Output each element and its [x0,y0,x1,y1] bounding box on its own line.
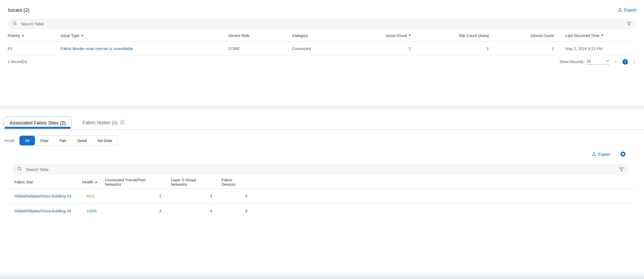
sort-desc-icon [601,35,603,36]
page-size-value: 10 [586,59,591,63]
health-option-good[interactable]: Good [72,136,92,145]
health-segmented-control: All Poor Fair Good No Data [19,135,118,146]
page-title: Issues (2) [8,7,29,13]
current-page-button[interactable]: 1 [622,59,628,65]
tab-fabric-nodes[interactable]: Fabric Nodes (4) [72,116,136,129]
issues-table-row: P1 Fabric Border node internet is unavai… [8,42,636,55]
device-count-link[interactable]: 9 [245,209,247,213]
col-priority[interactable]: Priority [8,33,61,38]
fabric-table-row: Global/Milpitas/Cisco-buidling-24 100% 2… [8,203,636,218]
health-option-poor[interactable]: Poor [35,136,54,145]
col-last-occurred[interactable]: Last Occurred Time [554,33,636,38]
col-site-count[interactable]: Site Count (Area) [411,33,489,38]
issues-table-header: Priority Issue Type Device Role Category… [8,29,636,42]
fabric-sites-table: Fabric Site Health Connected Transit/Pee… [8,176,636,218]
last-occurred-cell: May 2, 2024 9:22 PM [554,46,636,51]
issues-titlebar: Issues (2) Export [8,7,636,14]
tab-associated-fabric-sites[interactable]: Associated Fabric Sites (2) [4,116,72,129]
export-icon [618,8,622,13]
issue-count-cell: 2 [379,46,411,51]
sort-desc-icon [409,35,411,36]
fabric-export-button[interactable]: Export [592,152,610,157]
fabric-table-row: Global/Milpitas/Cisco-building-23 66% 1 … [8,189,636,203]
issues-table-footer: 1 Record(s) Show Records: 10 1 [8,59,636,65]
page-size-select[interactable]: 10 [586,59,609,65]
fabric-site-link[interactable]: Global/Milpitas/Cisco-building-23 [14,194,71,198]
health-value: 100% [82,209,105,213]
fabric-toolbar: Export [0,151,644,158]
export-label: Export [624,8,636,13]
issue-type-link[interactable]: Fabric Border node internet is unavailab… [61,46,133,51]
chevron-left-icon[interactable] [614,60,618,64]
priority-cell: P1 [8,46,61,51]
col-issue-type[interactable]: Issue Type [61,33,229,38]
info-icon [120,120,125,126]
gear-icon[interactable] [620,151,626,158]
filter-icon[interactable] [627,21,632,26]
health-option-no-data[interactable]: No Data [92,136,117,145]
filter-icon[interactable] [619,167,624,172]
health-filter: Health All Poor Fair Good No Data [0,135,644,146]
site-count-cell: 1 [411,46,489,51]
col-device-role[interactable]: Device Role [229,33,292,38]
col-issue-count[interactable]: Issue Count [379,33,411,38]
col-device-count[interactable]: Device Count [489,33,554,38]
show-records-label: Show Records: [560,60,584,64]
col-l3-virtual-networks[interactable]: Layer 3 Virtual Networks [161,178,212,187]
chevron-right-icon[interactable] [633,60,636,64]
transit-count-link[interactable]: 2 [159,209,161,213]
l3vn-count-link[interactable]: 3 [210,194,212,198]
export-label: Export [598,152,610,157]
col-fabric-site[interactable]: Fabric Site [8,180,82,184]
issues-section: Issues (2) Export Search Table Priority [0,7,644,65]
fabric-search-bar[interactable]: Search Table [12,164,629,175]
sort-asc-icon [22,35,24,36]
search-placeholder: Search Table [21,22,623,26]
health-filter-label: Health [4,139,15,143]
col-health[interactable]: Health [82,180,105,184]
fabric-site-link[interactable]: Global/Milpitas/Cisco-buidling-24 [14,209,71,213]
transit-count-link[interactable]: 1 [159,194,161,198]
sort-asc-icon [81,35,83,36]
search-placeholder: Search Table [26,167,615,172]
fabric-table-header: Fabric Site Health Connected Transit/Pee… [8,176,636,189]
fabric-section: Associated Fabric Sites (2) Fabric Nodes… [0,116,644,218]
health-option-all[interactable]: All [20,136,35,145]
export-icon [592,152,596,157]
health-value: 66% [82,194,105,198]
l3vn-count-link[interactable]: 4 [210,209,212,213]
section-divider [0,106,644,109]
col-fabric-devices[interactable]: Fabric Devices [212,178,247,187]
tab-bar: Associated Fabric Sites (2) Fabric Nodes… [0,116,644,129]
col-transit-networks[interactable]: Connected Transit/Peer Networks [105,178,161,187]
sort-asc-icon [95,181,97,183]
record-count: 1 Record(s) [8,60,27,64]
chevron-down-icon [606,59,609,63]
device-count-cell: 1 [489,46,554,51]
search-icon [12,21,17,27]
health-option-fair[interactable]: Fair [54,136,72,145]
issues-export-button[interactable]: Export [618,8,636,13]
device-count-link[interactable]: 5 [245,194,247,198]
category-cell: Connected [292,46,379,51]
pagination: Show Records: 10 1 [560,59,636,65]
device-role-cell: CORE [229,46,292,51]
search-icon [17,166,22,172]
issues-search-bar[interactable]: Search Table [8,18,636,29]
col-category[interactable]: Category [292,33,379,38]
